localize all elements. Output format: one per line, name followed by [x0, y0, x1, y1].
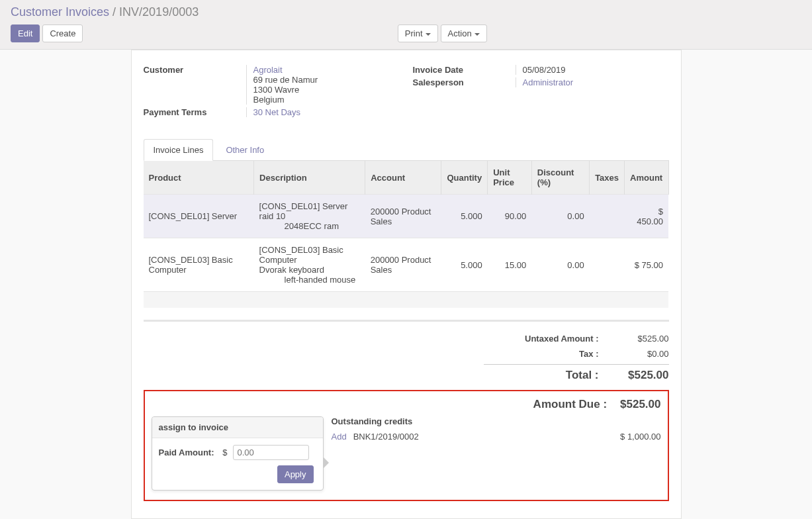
- breadcrumb-parent[interactable]: Customer Invoices: [11, 5, 109, 19]
- currency-symbol: $: [220, 448, 228, 457]
- total-label: Total :: [484, 369, 599, 382]
- add-credit-link[interactable]: Add: [332, 432, 347, 442]
- invoice-date-label: Invoice Date: [413, 65, 516, 75]
- col-quantity: Quantity: [441, 161, 488, 195]
- payment-terms-value[interactable]: 30 Net Days: [246, 107, 400, 117]
- cell-product: [CONS_DEL03] Basic Computer: [144, 238, 254, 292]
- cell-product: [CONS_DEL01] Server: [144, 195, 254, 238]
- cell-discount: 0.00: [531, 195, 589, 238]
- tax-value: $0.00: [617, 349, 669, 359]
- customer-link[interactable]: Agrolait: [253, 65, 400, 75]
- create-button[interactable]: Create: [42, 24, 83, 42]
- table-row[interactable]: [CONS_DEL01] Server [CONS_DEL01] Server …: [144, 195, 669, 238]
- assign-popover: assign to invoice Paid Amount: $ Apply: [152, 416, 324, 491]
- chevron-down-icon: [426, 33, 431, 36]
- paid-amount-input[interactable]: [233, 445, 309, 460]
- customer-addr3: Belgium: [253, 95, 400, 105]
- apply-button[interactable]: Apply: [277, 465, 314, 483]
- col-description: Description: [254, 161, 365, 195]
- col-taxes: Taxes: [590, 161, 625, 195]
- cell-account: 200000 Product Sales: [365, 195, 441, 238]
- cell-qty: 5.000: [441, 238, 488, 292]
- print-dropdown[interactable]: Print: [398, 24, 438, 42]
- cell-amount: $ 75.00: [625, 238, 668, 292]
- customer-label: Customer: [144, 65, 246, 105]
- amount-due-value: $525.00: [620, 398, 660, 411]
- amount-due-box: Amount Due : $525.00 assign to invoice P…: [144, 390, 669, 501]
- cell-taxes: [590, 195, 625, 238]
- edit-button[interactable]: Edit: [11, 24, 40, 42]
- breadcrumb-current: INV/2019/0003: [119, 5, 199, 19]
- col-account: Account: [365, 161, 441, 195]
- cell-taxes: [590, 238, 625, 292]
- untaxed-label: Untaxed Amount :: [484, 334, 599, 344]
- paid-amount-label: Paid Amount:: [159, 448, 214, 457]
- col-amount: Amount: [625, 161, 668, 195]
- tax-label: Tax :: [484, 349, 599, 359]
- breadcrumb: Customer Invoices / INV/2019/0003: [11, 5, 801, 19]
- blank-row: [144, 292, 669, 308]
- salesperson-label: Salesperson: [413, 77, 516, 87]
- untaxed-value: $525.00: [617, 334, 669, 344]
- chevron-down-icon: [474, 33, 480, 36]
- cell-amount: $ 450.00: [625, 195, 668, 238]
- cell-price: 90.00: [488, 195, 532, 238]
- tab-invoice-lines[interactable]: Invoice Lines: [144, 139, 214, 161]
- cell-description: [CONS_DEL01] Server raid 10 2048ECC ram: [254, 195, 365, 238]
- cell-account: 200000 Product Sales: [365, 238, 441, 292]
- popover-title: assign to invoice: [152, 417, 323, 438]
- cell-qty: 5.000: [441, 195, 488, 238]
- customer-addr2: 1300 Wavre: [253, 85, 400, 95]
- col-product: Product: [144, 161, 254, 195]
- cell-description: [CONS_DEL03] Basic Computer Dvorak keybo…: [254, 238, 365, 292]
- credit-ref: BNK1/2019/0002: [353, 432, 613, 442]
- breadcrumb-sep: /: [113, 5, 119, 19]
- col-unit-price: Unit Price: [488, 161, 532, 195]
- cell-price: 15.00: [488, 238, 532, 292]
- tab-other-info[interactable]: Other Info: [216, 139, 274, 161]
- amount-due-label: Amount Due :: [533, 398, 607, 411]
- cell-discount: 0.00: [531, 238, 589, 292]
- salesperson-value[interactable]: Administrator: [516, 77, 669, 87]
- invoice-lines-table: Product Description Account Quantity Uni…: [144, 161, 669, 308]
- payment-terms-label: Payment Terms: [144, 107, 246, 117]
- credit-amount: $ 1,000.00: [620, 432, 660, 442]
- invoice-date-value: 05/08/2019: [516, 65, 669, 75]
- customer-addr1: 69 rue de Namur: [253, 75, 400, 85]
- totals: Untaxed Amount : $525.00 Tax : $0.00 Tot…: [484, 331, 669, 385]
- form-sheet: Customer Agrolait 69 rue de Namur 1300 W…: [131, 50, 682, 519]
- total-value: $525.00: [617, 369, 669, 382]
- col-discount: Discount (%): [531, 161, 589, 195]
- table-row[interactable]: [CONS_DEL03] Basic Computer [CONS_DEL03]…: [144, 238, 669, 292]
- outstanding-title: Outstanding credits: [332, 416, 661, 426]
- action-dropdown[interactable]: Action: [441, 24, 487, 42]
